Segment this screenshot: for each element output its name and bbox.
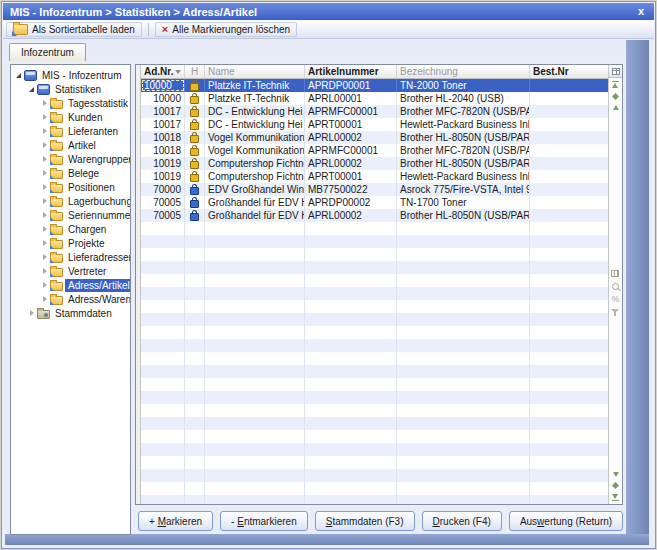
expand-arrow-icon[interactable] [40,100,49,106]
column-header-artikelnummer[interactable]: Artikelnummer [305,65,397,78]
empty-row [141,300,608,313]
tree-item-mis-infozentrum[interactable]: MIS - Infozentrum [11,68,130,82]
expand-arrow-icon[interactable] [40,198,49,204]
tree-item-seriennummern[interactable]: Seriennummern [11,208,130,222]
unmark-button[interactable]: - Entmarkieren [220,511,308,531]
scroll-down-icon[interactable] [613,472,619,477]
jump-down-icon[interactable] [612,482,619,489]
stammdaten-button[interactable]: Stammdaten (F3) [315,511,415,531]
empty-cell [141,482,185,495]
expand-arrow-icon[interactable] [40,128,49,134]
empty-cell [141,248,185,261]
column-header-bezeichnung[interactable]: Bezeichnung [397,65,530,78]
go-last-icon[interactable] [612,494,619,501]
expand-arrow-icon[interactable] [40,156,49,162]
tree-item-adress-warengruppen[interactable]: Adress/Warengruppen [11,292,130,306]
tree-item-stammdaten[interactable]: Stammdaten [11,306,130,320]
button-accelerator: M [158,516,166,527]
empty-cell [185,339,205,352]
search-icon[interactable] [612,283,619,290]
expand-arrow-icon[interactable] [40,282,49,288]
empty-row [141,261,608,274]
column-header-ad-nr[interactable]: Ad.Nr. [141,65,185,78]
filter-icon[interactable] [611,309,619,313]
clear-marks-button[interactable]: × Alle Markierungen löschen [155,22,297,37]
scroll-up-icon[interactable] [613,105,619,110]
tree-item-adress-artikel[interactable]: Adress/Artikel [11,278,130,292]
table-row[interactable]: 10000Platzke IT-TechnikAPRL00001Brother … [141,92,608,105]
expand-arrow-icon[interactable] [40,170,49,176]
tree-item-belege[interactable]: Belege [11,166,130,180]
cell-adnr: 70000 [141,183,185,196]
empty-cell [141,235,185,248]
table-row[interactable]: 10018Vogel KommunikationAPRMFC00001Broth… [141,144,608,157]
empty-cell [185,495,205,504]
table-row[interactable]: 70005Großhandel für EDV HAPRL00002Brothe… [141,209,608,222]
expand-arrow-icon[interactable] [40,254,49,260]
table-row[interactable]: 10000Platzke IT-TechnikAPRDP00001TN-2000… [141,79,608,92]
tree-item-lieferadressen[interactable]: Lieferadressen [11,250,130,264]
expand-arrow-icon[interactable] [40,114,49,120]
auswertung-button[interactable]: Auswertung (Return) [509,511,623,531]
tree-item-statistiken[interactable]: Statistiken [11,82,130,96]
collapse-arrow-icon[interactable] [27,87,36,92]
table-row[interactable]: 70005Großhandel für EDV HAPRDP00002TN-17… [141,196,608,209]
expand-arrow-icon[interactable] [40,296,49,302]
tree-item-kunden[interactable]: Kunden [11,110,130,124]
column-header-label: Name [208,66,235,78]
empty-cell [205,326,305,339]
yellow-lock-icon [190,122,199,130]
expand-arrow-icon[interactable] [40,268,49,274]
empty-cell [397,482,530,495]
collapse-arrow-icon[interactable] [14,73,23,78]
empty-row [141,274,608,287]
column-chooser-button[interactable] [609,65,622,78]
empty-cell [205,378,305,391]
tree-item-tagesstatistik[interactable]: Tagesstatistik [11,96,130,110]
expand-arrow-icon[interactable] [27,310,36,316]
go-first-icon[interactable] [612,81,619,88]
cell-name: Computershop Fichtne [205,170,305,183]
mark-button[interactable]: + Markieren [138,511,213,531]
column-header-best-nr[interactable]: Best.Nr [530,65,608,78]
cell-bestnr [530,118,608,131]
expand-arrow-icon[interactable] [40,142,49,148]
table-row[interactable]: 10017DC - Entwicklung HeiAPRMFC00001Brot… [141,105,608,118]
close-button[interactable]: x [635,6,647,17]
table-row[interactable]: 10017DC - Entwicklung HeiAPRT00001Hewlet… [141,118,608,131]
tree-item-artikel[interactable]: Artikel [11,138,130,152]
cell-artikelnummer: APRT00001 [305,118,397,131]
columns-icon[interactable] [611,270,619,277]
column-header-name[interactable]: Name [205,65,305,78]
empty-cell [185,274,205,287]
folder-icon [50,198,63,207]
tree-item-label: Artikel [65,139,99,152]
empty-cell [205,404,305,417]
tree-item-positionen[interactable]: Positionen [11,180,130,194]
table-row[interactable]: 10018Vogel KommunikationAPRL00002Brother… [141,131,608,144]
tree-item-warengruppen[interactable]: Warengruppen [11,152,130,166]
empty-cell [397,339,530,352]
table-row[interactable]: 70000EDV Großhandel WinklMB77500022Asroc… [141,183,608,196]
expand-arrow-icon[interactable] [40,240,49,246]
table-row[interactable]: 10019Computershop FichtneAPRL00002Brothe… [141,157,608,170]
expand-arrow-icon[interactable] [40,212,49,218]
tree-item-lagerbuchungen[interactable]: Lagerbuchungen [11,194,130,208]
load-sort-table-button[interactable]: Als Sortiertabelle laden [6,22,142,37]
expand-arrow-icon[interactable] [40,226,49,232]
cell-adnr: 70005 [141,209,185,222]
tree-item-lieferanten[interactable]: Lieferanten [11,124,130,138]
column-header-h[interactable]: H [185,65,205,78]
empty-cell [530,235,608,248]
expand-arrow-icon[interactable] [40,184,49,190]
print-button[interactable]: Drucken (F4) [422,511,502,531]
percent-icon[interactable]: % [611,295,619,304]
empty-cell [397,287,530,300]
tab-infozentrum[interactable]: Infozentrum [9,43,86,61]
empty-row [141,469,608,482]
tree-item-vertreter[interactable]: Vertreter [11,264,130,278]
tree-item-chargen[interactable]: Chargen [11,222,130,236]
table-row[interactable]: 10019Computershop FichtneAPRT00001Hewlet… [141,170,608,183]
tree-item-projekte[interactable]: Projekte [11,236,130,250]
jump-up-icon[interactable] [612,93,619,100]
